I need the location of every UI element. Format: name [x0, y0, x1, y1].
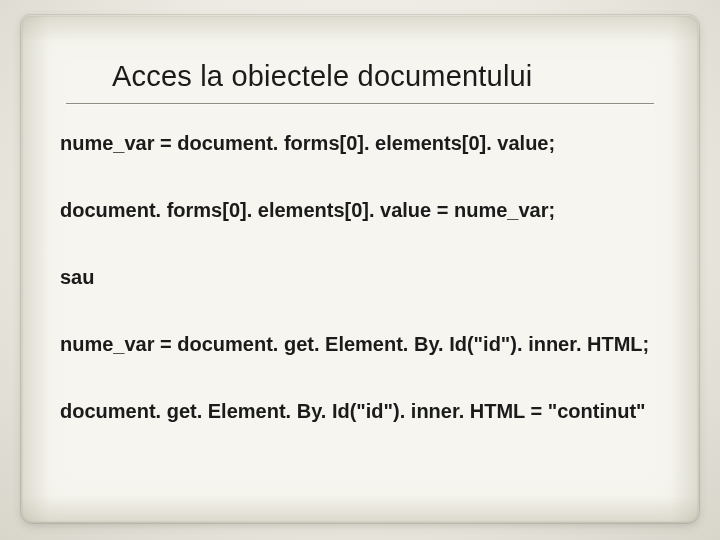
slide-stage: Acces la obiectele documentului nume_var…: [0, 0, 720, 540]
code-line: nume_var = document. get. Element. By. I…: [60, 333, 668, 356]
title-underline: [66, 103, 654, 104]
paper-panel: Acces la obiectele documentului nume_var…: [22, 16, 698, 522]
code-line: nume_var = document. forms[0]. elements[…: [60, 132, 668, 155]
code-line: document. forms[0]. elements[0]. value =…: [60, 199, 668, 222]
code-line: sau: [60, 266, 668, 289]
slide-title: Acces la obiectele documentului: [112, 60, 668, 93]
code-line: document. get. Element. By. Id("id"). in…: [60, 400, 668, 423]
